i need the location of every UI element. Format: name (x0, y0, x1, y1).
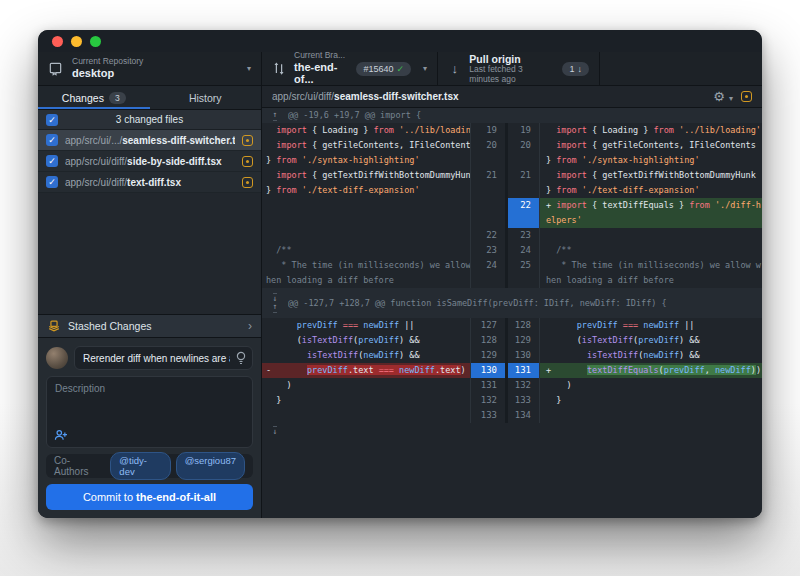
old-line-number[interactable]: 127 (470, 318, 505, 333)
new-line-number[interactable]: 129 (505, 333, 540, 348)
old-line-number[interactable]: 131 (470, 378, 505, 393)
pr-status-badge[interactable]: #15640 ✓ (356, 62, 411, 76)
diff-row: import { getTextDiffWithBottomDummyHunk}… (262, 168, 762, 198)
diff-code-line: import { getTextDiffWithBottomDummyHunk (266, 168, 470, 183)
old-code-pane: prevDiff === newDiff || (262, 318, 470, 333)
expand-up-icon[interactable]: ↑ (273, 111, 278, 121)
hunk-header-row: ↓↑@@ -127,7 +128,7 @@ function isSameDif… (262, 288, 762, 318)
new-line-number[interactable]: 132 (505, 378, 540, 393)
stashed-changes-row[interactable]: Stashed Changes › (38, 314, 261, 338)
new-code-pane: + textDiffEquals(prevDiff, newDiff)) (540, 363, 762, 378)
diff-code-line (266, 198, 470, 213)
diff-code-line: * The time (in milliseconds) we allow w (546, 258, 762, 273)
file-path: app/src/ui/.../seamless-diff-switcher.ts… (65, 135, 235, 146)
file-path: app/src/ui/diff/side-by-side-diff.tsx (65, 156, 235, 167)
diff-code-line: ) (546, 378, 762, 393)
modified-file-icon (242, 177, 253, 188)
new-line-number[interactable]: 134 (505, 408, 540, 423)
changed-file-row[interactable]: ✓app/src/ui/.../seamless-diff-switcher.t… (38, 130, 261, 151)
file-include-checkbox[interactable]: ✓ (46, 134, 58, 146)
diff-row: import { Loading } from '../lib/loading'… (262, 123, 762, 138)
new-code-pane: * The time (in milliseconds) we allow wh… (540, 258, 762, 288)
repo-label: Current Repository (72, 57, 143, 67)
diff-code-line: } from './text-diff-expansion' (546, 183, 762, 198)
old-line-number[interactable]: 132 (470, 393, 505, 408)
diff-row: prevDiff === newDiff ||127128 prevDiff =… (262, 318, 762, 333)
diff-row: isTextDiff(newDiff) &&129130 isTextDiff(… (262, 348, 762, 363)
new-code-pane: import { Loading } from '../lib/loading' (540, 123, 762, 138)
new-line-number[interactable]: 128 (505, 318, 540, 333)
diff-code-line: isTextDiff(newDiff) && (546, 348, 762, 363)
old-line-number[interactable]: 133 (470, 408, 505, 423)
branch-icon (272, 61, 286, 76)
coauthor-pill[interactable]: @tidy-dev (110, 452, 170, 480)
old-line-number[interactable]: 130 (470, 363, 505, 378)
coauthor-pill[interactable]: @sergiou87 (176, 452, 245, 480)
pull-origin-button[interactable]: ↓ Pull origin Last fetched 3 minutes ago… (438, 52, 600, 85)
old-line-number[interactable]: 23 (470, 243, 505, 258)
new-line-number[interactable]: 130 (505, 348, 540, 363)
diff-code-line: (isTextDiff(prevDiff) && (266, 333, 470, 348)
tab-changes[interactable]: Changes3 (38, 86, 150, 109)
commit-description-input[interactable] (47, 377, 252, 447)
old-line-number[interactable]: 20 (470, 138, 505, 168)
diff-code-line: hen loading a diff before (266, 273, 470, 288)
new-line-number[interactable]: 19 (505, 123, 540, 138)
new-line-number[interactable]: 22 (505, 198, 540, 228)
new-line-number[interactable]: 21 (505, 168, 540, 198)
zoom-window-button[interactable] (90, 36, 101, 47)
diff-row: 2223 (262, 228, 762, 243)
new-line-number[interactable]: 25 (505, 258, 540, 288)
diff-code-line: - prevDiff.text === newDiff.text) (262, 363, 470, 378)
diff-code-line: + import { textDiffEquals } from './diff… (540, 198, 762, 213)
commit-button[interactable]: Commit to the-end-of-it-all (46, 484, 253, 510)
close-window-button[interactable] (52, 36, 63, 47)
diff-code-line: import { getTextDiffWithBottomDummyHunk (546, 168, 762, 183)
old-line-number[interactable]: 129 (470, 348, 505, 363)
file-include-checkbox[interactable]: ✓ (46, 176, 58, 188)
modified-file-icon (242, 156, 253, 167)
diff-code-line (266, 228, 470, 243)
diff-code-line: } from './text-diff-expansion' (266, 183, 470, 198)
tab-count-badge: 3 (109, 92, 126, 104)
current-repository-button[interactable]: Current Repository desktop ▾ (38, 52, 262, 85)
diff-body: ↑@@ -19,6 +19,7 @@ import { import { Loa… (262, 108, 762, 518)
new-line-number[interactable]: 24 (505, 243, 540, 258)
old-line-number[interactable] (470, 198, 505, 228)
new-line-number[interactable]: 133 (505, 393, 540, 408)
hunk-header-text: @@ -19,6 +19,7 @@ import { (288, 108, 421, 123)
old-line-number[interactable]: 24 (470, 258, 505, 288)
minimize-window-button[interactable] (71, 36, 82, 47)
old-code-pane: - prevDiff.text === newDiff.text) (262, 363, 470, 378)
old-line-number[interactable]: 21 (470, 168, 505, 198)
hunk-expansion-gutter: ↓↑ (262, 293, 288, 313)
title-bar[interactable] (38, 30, 762, 52)
modified-file-icon (741, 91, 752, 102)
diff-options-button[interactable]: ⚙▾ (713, 89, 733, 104)
hunk-expansion-gutter: ↑ (262, 108, 288, 123)
file-list-empty-area (38, 193, 261, 314)
lightbulb-icon[interactable] (235, 351, 247, 365)
old-line-number[interactable]: 22 (470, 228, 505, 243)
chevron-down-icon: ▾ (423, 64, 427, 73)
file-include-checkbox[interactable]: ✓ (46, 155, 58, 167)
current-branch-button[interactable]: Current Bra... the-end-of... #15640 ✓ ▾ (262, 52, 438, 85)
expand-down-icon[interactable]: ↓ (273, 426, 278, 436)
changed-file-row[interactable]: ✓app/src/ui/diff/text-diff.tsx (38, 172, 261, 193)
new-code-pane: + import { textDiffEquals } from './diff… (540, 198, 762, 228)
old-code-pane: isTextDiff(newDiff) && (262, 348, 470, 363)
tab-history[interactable]: History (150, 86, 262, 109)
old-line-number[interactable]: 19 (470, 123, 505, 138)
select-all-checkbox[interactable]: ✓ (46, 114, 58, 126)
app-window: Current Repository desktop ▾ Current Bra… (38, 30, 762, 518)
old-line-number[interactable]: 128 (470, 333, 505, 348)
expand-up-icon[interactable]: ↑ (273, 303, 278, 313)
commit-summary-input[interactable] (74, 346, 253, 370)
pull-count: 1 (569, 64, 574, 74)
changed-file-row[interactable]: ✓app/src/ui/diff/side-by-side-diff.tsx (38, 151, 261, 172)
new-line-number[interactable]: 23 (505, 228, 540, 243)
new-line-number[interactable]: 131 (505, 363, 540, 378)
avatar (46, 347, 68, 369)
new-line-number[interactable]: 20 (505, 138, 540, 168)
add-coauthor-icon[interactable] (54, 429, 68, 441)
